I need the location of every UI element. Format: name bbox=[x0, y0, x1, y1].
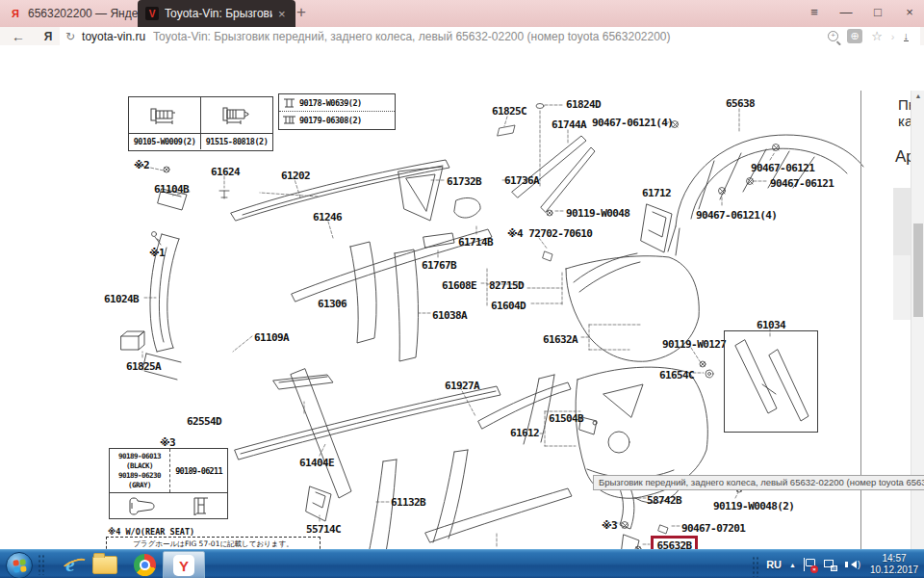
scroll-up-icon[interactable]: ▲ bbox=[911, 92, 924, 99]
part-label[interactable]: 61712 bbox=[642, 187, 671, 199]
diagram-right-border bbox=[860, 91, 861, 578]
part-label[interactable]: 61732B bbox=[447, 175, 481, 188]
part-label[interactable]: ※4 W/O(REAR SEAT) bbox=[108, 527, 194, 537]
part-label[interactable]: 61404E bbox=[299, 457, 334, 469]
part-label[interactable]: 65638 bbox=[726, 97, 755, 110]
part-label[interactable]: 90119-W0048(2) bbox=[713, 500, 794, 512]
tab-title: Toyota-Vin: Брызговик п bbox=[165, 7, 272, 20]
grommet-part-number[interactable]: 90189-06230 bbox=[110, 471, 169, 481]
grommet-part-number[interactable]: 90189-06211 bbox=[170, 449, 227, 492]
bookmark-star-icon[interactable]: ☆ bbox=[871, 29, 883, 43]
part-label[interactable]: 61825A bbox=[126, 360, 161, 373]
part-label[interactable]: 61632A bbox=[543, 333, 578, 346]
part-label[interactable]: 61604D bbox=[491, 300, 526, 312]
part-label[interactable]: 90467-07201 bbox=[681, 522, 745, 535]
new-tab-button[interactable]: + bbox=[292, 3, 311, 22]
yandex-button[interactable]: Я bbox=[37, 30, 60, 43]
part-label[interactable]: 90467-06121(4) bbox=[592, 117, 673, 129]
yandex-browser-icon: Y bbox=[173, 555, 194, 576]
part-label[interactable]: 90119-W0048 bbox=[566, 207, 629, 220]
part-label[interactable]: 61104B bbox=[154, 183, 189, 196]
part-label[interactable]: 61306 bbox=[318, 298, 346, 310]
part-label[interactable]: 61654C bbox=[659, 369, 694, 381]
tab-title: 6563202200 — Яндекс: наш bbox=[28, 7, 145, 20]
part-label[interactable]: 58742B bbox=[647, 494, 681, 507]
part-label[interactable]: 61736A bbox=[504, 174, 539, 187]
minimize-button[interactable]: — bbox=[839, 1, 853, 24]
close-tab-icon[interactable]: × bbox=[278, 7, 290, 21]
address-bar[interactable]: ↻ toyota-vin.ru Toyota-Vin: Брызговик пе… bbox=[60, 27, 920, 45]
part-label[interactable]: 61246 bbox=[313, 211, 342, 223]
part-label[interactable]: 90119-W0127 bbox=[662, 338, 726, 351]
toyota-vin-favicon: V bbox=[145, 7, 159, 20]
windows-explorer-icon[interactable] bbox=[92, 552, 117, 577]
action-center-flag-icon[interactable]: × bbox=[804, 558, 816, 572]
menu-icon[interactable]: ≡ bbox=[808, 1, 821, 24]
taskbar-grip bbox=[38, 554, 44, 575]
back-button[interactable]: ← bbox=[12, 29, 37, 44]
part-label[interactable]: 90467-06121 bbox=[770, 177, 834, 190]
part-label[interactable]: 61824D bbox=[566, 98, 601, 111]
clock[interactable]: 14:57 10.12.2017 bbox=[868, 553, 920, 576]
part-label[interactable]: 61202 bbox=[281, 170, 310, 182]
part-label[interactable]: 61109A bbox=[254, 331, 289, 344]
fastener-part-number[interactable]: 90179-06308(2) bbox=[299, 116, 362, 125]
part-label[interactable]: 90467-06121 bbox=[751, 162, 814, 174]
fastener-table-2: 90178-W0639(2) 90179-06308(2) bbox=[278, 93, 396, 130]
network-icon[interactable] bbox=[824, 559, 837, 571]
maximize-button[interactable]: □ bbox=[871, 1, 885, 24]
start-button[interactable] bbox=[6, 552, 33, 578]
part-label[interactable]: 61744A bbox=[552, 118, 586, 131]
close-button[interactable]: × bbox=[903, 1, 916, 24]
system-tray: RU ▲ × ) 14:57 10.12.2017 bbox=[752, 550, 920, 578]
grommet-part-number[interactable]: 90189-06013 bbox=[110, 452, 169, 461]
fastener-part-number[interactable]: 90178-W0639(2) bbox=[299, 98, 362, 108]
cutoff-image-placeholder bbox=[893, 188, 911, 255]
volume-icon[interactable]: ) bbox=[845, 560, 860, 569]
download-icon[interactable]: ↓ bbox=[904, 31, 910, 41]
yandex-browser-taskbar-button[interactable]: Y bbox=[163, 551, 205, 578]
tab-yandex-search[interactable]: Я 6563202200 — Яндекс: наш bbox=[0, 0, 145, 27]
part-label[interactable]: 61927A bbox=[445, 380, 479, 392]
part-label[interactable]: 61038A bbox=[432, 309, 467, 322]
part-label[interactable]: ※2 bbox=[134, 159, 149, 171]
language-indicator[interactable]: RU bbox=[766, 559, 782, 570]
part-label[interactable]: ※1 bbox=[149, 247, 165, 259]
browser-toolbar: ← Я ↻ toyota-vin.ru Toyota-Vin: Брызгови… bbox=[0, 27, 924, 46]
part-label[interactable]: 61825C bbox=[492, 105, 526, 118]
part-label[interactable]: 61624 bbox=[211, 166, 240, 178]
part-label[interactable]: 82715D bbox=[489, 279, 524, 292]
part-label[interactable]: 55714C bbox=[306, 523, 341, 536]
show-hidden-icons[interactable]: ▲ bbox=[789, 562, 796, 568]
grommet-icon bbox=[126, 495, 159, 516]
zoom-text-icon[interactable]: + bbox=[828, 31, 838, 41]
part-label[interactable]: 61024B bbox=[104, 293, 139, 305]
vertical-scrollbar-thumb[interactable] bbox=[913, 223, 923, 317]
grommet-color-note: (BLACK) bbox=[110, 461, 169, 471]
grommet-color-note: (GRAY) bbox=[110, 481, 169, 490]
url-page-title: Toyota-Vin: Брызговик передний, заднего … bbox=[153, 30, 819, 43]
part-label[interactable]: 62554D bbox=[187, 415, 221, 428]
part-label[interactable]: ※4 72702-70610 bbox=[507, 227, 592, 240]
fastener-part-number[interactable]: 90105-W0009(2) bbox=[129, 134, 201, 149]
part-label[interactable]: 61132B bbox=[391, 496, 425, 509]
tab-toyota-vin[interactable]: V Toyota-Vin: Брызговик п × bbox=[138, 0, 295, 27]
part-label[interactable]: 90467-06121(4) bbox=[696, 209, 777, 222]
fastener-part-number[interactable]: 91515-80818(2) bbox=[201, 134, 272, 149]
part-label[interactable]: 61767B bbox=[422, 259, 456, 272]
part-label[interactable]: ※3 bbox=[602, 519, 617, 532]
part-label[interactable]: 61608E bbox=[442, 279, 476, 292]
url-domain: toyota-vin.ru bbox=[82, 30, 145, 43]
internet-explorer-icon[interactable]: e bbox=[58, 552, 83, 577]
tab-strip: Я 6563202200 — Яндекс: наш V Toyota-Vin:… bbox=[0, 0, 924, 27]
part-label[interactable]: 61504B bbox=[549, 412, 583, 425]
part-label[interactable]: 61714B bbox=[458, 236, 493, 249]
note-line-jp: プラグホールはFIG 57-01に記載しております。 bbox=[107, 539, 320, 549]
turbo-globe-icon[interactable]: ⊕ bbox=[847, 29, 862, 43]
grommet-left-cell: 90189-06013 (BLACK) 90189-06230 (GRAY) bbox=[110, 449, 170, 492]
reload-icon[interactable]: ↻ bbox=[65, 30, 75, 43]
clip-icon bbox=[282, 97, 296, 109]
part-label[interactable]: 61612 bbox=[510, 427, 539, 439]
chrome-icon[interactable] bbox=[132, 552, 157, 577]
vertical-scrollbar[interactable]: ▲ ▼ bbox=[911, 91, 924, 578]
